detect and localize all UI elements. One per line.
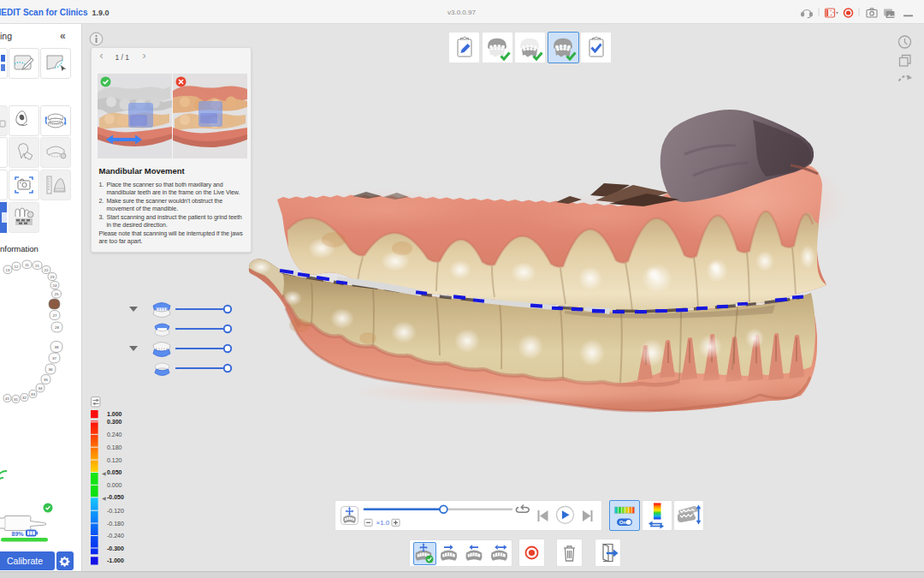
svg-text:25: 25	[55, 292, 59, 296]
svg-text:35: 35	[44, 378, 48, 382]
svg-text:37: 37	[52, 356, 56, 361]
svg-text:24: 24	[53, 283, 57, 288]
svg-text:×1.0: ×1.0	[376, 519, 390, 527]
svg-text:13: 13	[6, 268, 10, 272]
svg-text:36: 36	[49, 367, 53, 372]
svg-text:22: 22	[44, 268, 49, 272]
svg-text:31: 31	[14, 397, 18, 402]
svg-text:12: 12	[15, 265, 19, 269]
svg-text:41: 41	[5, 396, 9, 401]
svg-text:23: 23	[50, 275, 55, 279]
svg-text:32: 32	[22, 396, 27, 400]
svg-text:27: 27	[53, 313, 57, 318]
svg-text:21: 21	[35, 264, 39, 268]
svg-text:33: 33	[31, 392, 35, 396]
svg-text:On: On	[619, 520, 627, 525]
svg-text:34: 34	[38, 386, 43, 390]
svg-text:11: 11	[25, 263, 29, 267]
svg-text:28: 28	[55, 325, 59, 330]
svg-text:38: 38	[55, 345, 59, 349]
svg-text:89%: 89%	[12, 531, 25, 537]
